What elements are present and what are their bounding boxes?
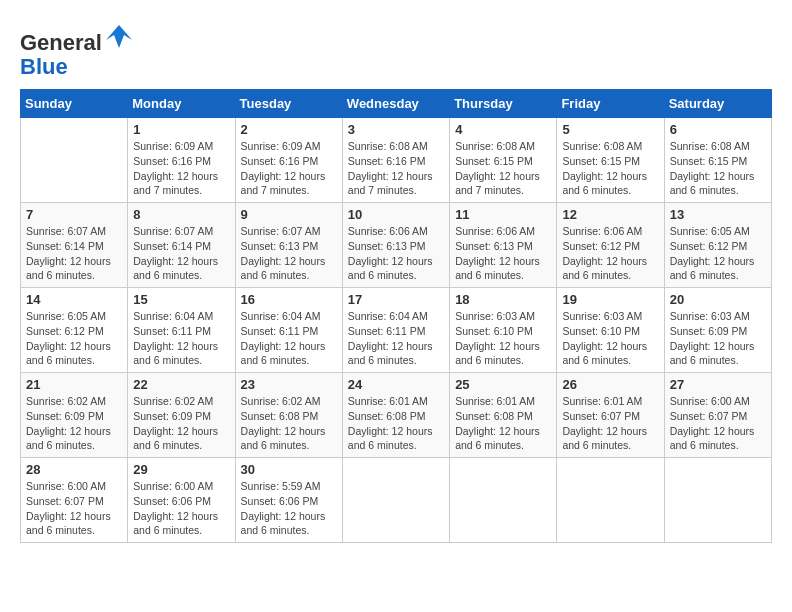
day-detail: Sunrise: 6:01 AM Sunset: 6:08 PM Dayligh… <box>348 394 444 453</box>
day-detail: Sunrise: 6:00 AM Sunset: 6:07 PM Dayligh… <box>670 394 766 453</box>
calendar-day-cell: 10Sunrise: 6:06 AM Sunset: 6:13 PM Dayli… <box>342 203 449 288</box>
calendar-day-cell: 8Sunrise: 6:07 AM Sunset: 6:14 PM Daylig… <box>128 203 235 288</box>
day-detail: Sunrise: 6:07 AM Sunset: 6:14 PM Dayligh… <box>26 224 122 283</box>
day-detail: Sunrise: 6:05 AM Sunset: 6:12 PM Dayligh… <box>26 309 122 368</box>
day-number: 1 <box>133 122 229 137</box>
calendar-week-row: 21Sunrise: 6:02 AM Sunset: 6:09 PM Dayli… <box>21 373 772 458</box>
calendar-day-cell: 7Sunrise: 6:07 AM Sunset: 6:14 PM Daylig… <box>21 203 128 288</box>
day-detail: Sunrise: 6:01 AM Sunset: 6:07 PM Dayligh… <box>562 394 658 453</box>
day-detail: Sunrise: 6:01 AM Sunset: 6:08 PM Dayligh… <box>455 394 551 453</box>
day-number: 8 <box>133 207 229 222</box>
day-number: 13 <box>670 207 766 222</box>
day-detail: Sunrise: 6:04 AM Sunset: 6:11 PM Dayligh… <box>348 309 444 368</box>
day-detail: Sunrise: 6:03 AM Sunset: 6:10 PM Dayligh… <box>562 309 658 368</box>
day-number: 19 <box>562 292 658 307</box>
calendar-day-cell: 16Sunrise: 6:04 AM Sunset: 6:11 PM Dayli… <box>235 288 342 373</box>
calendar-day-cell: 20Sunrise: 6:03 AM Sunset: 6:09 PM Dayli… <box>664 288 771 373</box>
day-number: 24 <box>348 377 444 392</box>
day-detail: Sunrise: 6:07 AM Sunset: 6:13 PM Dayligh… <box>241 224 337 283</box>
calendar-day-cell <box>557 458 664 543</box>
calendar-body: 1Sunrise: 6:09 AM Sunset: 6:16 PM Daylig… <box>21 118 772 543</box>
calendar-day-cell: 2Sunrise: 6:09 AM Sunset: 6:16 PM Daylig… <box>235 118 342 203</box>
day-number: 23 <box>241 377 337 392</box>
calendar-day-cell <box>664 458 771 543</box>
day-detail: Sunrise: 6:04 AM Sunset: 6:11 PM Dayligh… <box>241 309 337 368</box>
day-number: 14 <box>26 292 122 307</box>
day-detail: Sunrise: 6:06 AM Sunset: 6:13 PM Dayligh… <box>348 224 444 283</box>
day-detail: Sunrise: 5:59 AM Sunset: 6:06 PM Dayligh… <box>241 479 337 538</box>
calendar-week-row: 7Sunrise: 6:07 AM Sunset: 6:14 PM Daylig… <box>21 203 772 288</box>
day-detail: Sunrise: 6:04 AM Sunset: 6:11 PM Dayligh… <box>133 309 229 368</box>
day-number: 22 <box>133 377 229 392</box>
day-number: 10 <box>348 207 444 222</box>
day-of-week-header: Friday <box>557 90 664 118</box>
calendar-day-cell: 26Sunrise: 6:01 AM Sunset: 6:07 PM Dayli… <box>557 373 664 458</box>
calendar-day-cell: 24Sunrise: 6:01 AM Sunset: 6:08 PM Dayli… <box>342 373 449 458</box>
day-detail: Sunrise: 6:02 AM Sunset: 6:08 PM Dayligh… <box>241 394 337 453</box>
day-number: 26 <box>562 377 658 392</box>
day-detail: Sunrise: 6:07 AM Sunset: 6:14 PM Dayligh… <box>133 224 229 283</box>
calendar-day-cell: 3Sunrise: 6:08 AM Sunset: 6:16 PM Daylig… <box>342 118 449 203</box>
day-detail: Sunrise: 6:08 AM Sunset: 6:15 PM Dayligh… <box>455 139 551 198</box>
calendar-day-cell: 27Sunrise: 6:00 AM Sunset: 6:07 PM Dayli… <box>664 373 771 458</box>
day-detail: Sunrise: 6:09 AM Sunset: 6:16 PM Dayligh… <box>133 139 229 198</box>
day-number: 3 <box>348 122 444 137</box>
calendar-day-cell: 29Sunrise: 6:00 AM Sunset: 6:06 PM Dayli… <box>128 458 235 543</box>
day-number: 20 <box>670 292 766 307</box>
day-number: 25 <box>455 377 551 392</box>
calendar-day-cell: 25Sunrise: 6:01 AM Sunset: 6:08 PM Dayli… <box>450 373 557 458</box>
day-number: 4 <box>455 122 551 137</box>
day-detail: Sunrise: 6:02 AM Sunset: 6:09 PM Dayligh… <box>133 394 229 453</box>
day-detail: Sunrise: 6:08 AM Sunset: 6:16 PM Dayligh… <box>348 139 444 198</box>
day-detail: Sunrise: 6:00 AM Sunset: 6:06 PM Dayligh… <box>133 479 229 538</box>
day-number: 17 <box>348 292 444 307</box>
logo-general-text: General <box>20 30 102 55</box>
logo-bird-icon <box>104 20 134 50</box>
day-number: 28 <box>26 462 122 477</box>
calendar-day-cell <box>342 458 449 543</box>
day-detail: Sunrise: 6:08 AM Sunset: 6:15 PM Dayligh… <box>670 139 766 198</box>
calendar-day-cell: 12Sunrise: 6:06 AM Sunset: 6:12 PM Dayli… <box>557 203 664 288</box>
calendar-day-cell: 1Sunrise: 6:09 AM Sunset: 6:16 PM Daylig… <box>128 118 235 203</box>
page-header: General Blue <box>20 20 772 79</box>
calendar-day-cell <box>450 458 557 543</box>
calendar-day-cell: 11Sunrise: 6:06 AM Sunset: 6:13 PM Dayli… <box>450 203 557 288</box>
day-detail: Sunrise: 6:03 AM Sunset: 6:09 PM Dayligh… <box>670 309 766 368</box>
day-detail: Sunrise: 6:09 AM Sunset: 6:16 PM Dayligh… <box>241 139 337 198</box>
day-number: 15 <box>133 292 229 307</box>
calendar-day-cell: 30Sunrise: 5:59 AM Sunset: 6:06 PM Dayli… <box>235 458 342 543</box>
day-of-week-header: Wednesday <box>342 90 449 118</box>
day-of-week-header: Thursday <box>450 90 557 118</box>
day-detail: Sunrise: 6:05 AM Sunset: 6:12 PM Dayligh… <box>670 224 766 283</box>
calendar-week-row: 1Sunrise: 6:09 AM Sunset: 6:16 PM Daylig… <box>21 118 772 203</box>
day-number: 29 <box>133 462 229 477</box>
day-of-week-header: Tuesday <box>235 90 342 118</box>
days-of-week-row: SundayMondayTuesdayWednesdayThursdayFrid… <box>21 90 772 118</box>
logo: General Blue <box>20 20 134 79</box>
calendar-day-cell: 13Sunrise: 6:05 AM Sunset: 6:12 PM Dayli… <box>664 203 771 288</box>
day-detail: Sunrise: 6:02 AM Sunset: 6:09 PM Dayligh… <box>26 394 122 453</box>
day-number: 18 <box>455 292 551 307</box>
day-number: 11 <box>455 207 551 222</box>
calendar-day-cell: 6Sunrise: 6:08 AM Sunset: 6:15 PM Daylig… <box>664 118 771 203</box>
day-number: 12 <box>562 207 658 222</box>
day-detail: Sunrise: 6:03 AM Sunset: 6:10 PM Dayligh… <box>455 309 551 368</box>
calendar-day-cell: 9Sunrise: 6:07 AM Sunset: 6:13 PM Daylig… <box>235 203 342 288</box>
calendar-day-cell: 19Sunrise: 6:03 AM Sunset: 6:10 PM Dayli… <box>557 288 664 373</box>
day-number: 9 <box>241 207 337 222</box>
calendar-day-cell: 23Sunrise: 6:02 AM Sunset: 6:08 PM Dayli… <box>235 373 342 458</box>
calendar-table: SundayMondayTuesdayWednesdayThursdayFrid… <box>20 89 772 543</box>
day-number: 7 <box>26 207 122 222</box>
day-detail: Sunrise: 6:08 AM Sunset: 6:15 PM Dayligh… <box>562 139 658 198</box>
day-number: 30 <box>241 462 337 477</box>
day-number: 16 <box>241 292 337 307</box>
calendar-day-cell: 4Sunrise: 6:08 AM Sunset: 6:15 PM Daylig… <box>450 118 557 203</box>
day-detail: Sunrise: 6:06 AM Sunset: 6:13 PM Dayligh… <box>455 224 551 283</box>
calendar-header: SundayMondayTuesdayWednesdayThursdayFrid… <box>21 90 772 118</box>
day-number: 21 <box>26 377 122 392</box>
svg-marker-0 <box>106 25 132 48</box>
calendar-week-row: 14Sunrise: 6:05 AM Sunset: 6:12 PM Dayli… <box>21 288 772 373</box>
day-number: 27 <box>670 377 766 392</box>
calendar-day-cell: 18Sunrise: 6:03 AM Sunset: 6:10 PM Dayli… <box>450 288 557 373</box>
day-number: 6 <box>670 122 766 137</box>
